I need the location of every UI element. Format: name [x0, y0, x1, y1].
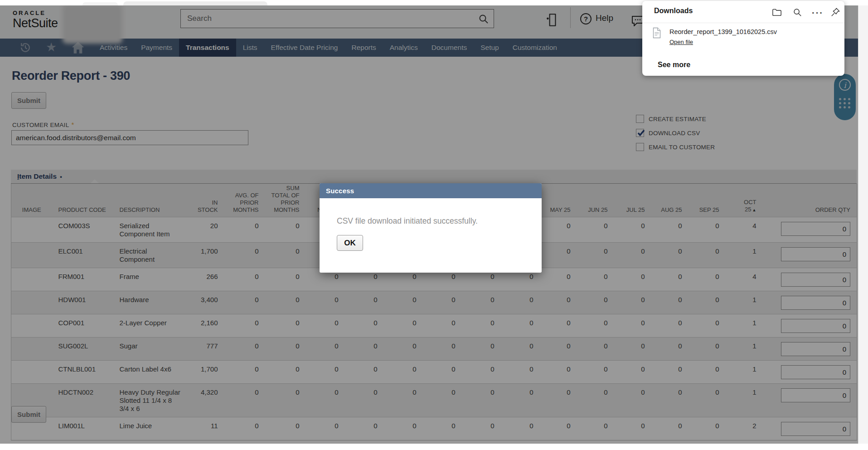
open-file-link[interactable]: Open file [669, 39, 693, 45]
success-modal: Success CSV file download initiated succ… [320, 183, 542, 273]
downloads-more-options-icon[interactable]: ··· [812, 8, 822, 18]
modal-message: CSV file download initiated successfully… [337, 216, 478, 226]
pin-downloads-icon[interactable] [830, 7, 840, 17]
screen: ORACLE NetSuite ? Help ★ ActivitiesPayme… [0, 0, 868, 450]
ok-button[interactable]: OK [337, 235, 363, 251]
browser-scrollbar[interactable] [858, 0, 868, 450]
see-more-link[interactable]: See more [658, 61, 690, 69]
browser-tab-shape [123, 1, 267, 5]
browser-tab-shape-2 [82, 2, 118, 5]
modal-title: Success [320, 183, 542, 198]
downloaded-file-name[interactable]: Reorder_report_1399_10162025.csv [669, 28, 777, 35]
csv-file-icon [652, 27, 661, 39]
open-downloads-folder-icon[interactable] [772, 7, 782, 17]
downloads-popup: Downloads ··· Reorder_report_1399_101620… [642, 1, 844, 76]
browser-bottom-strip [0, 444, 868, 450]
downloads-divider [642, 23, 844, 23]
downloads-title: Downloads [654, 7, 693, 15]
search-downloads-icon[interactable] [792, 7, 802, 17]
